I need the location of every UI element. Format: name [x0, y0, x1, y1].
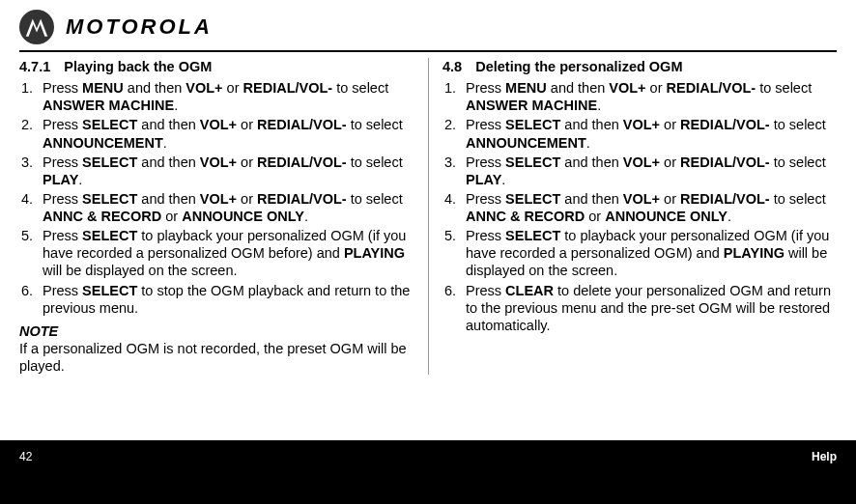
key-label: VOL+	[200, 117, 237, 132]
key-label: MENU	[505, 80, 547, 96]
step-item: Press CLEAR to delete your personalized …	[466, 282, 837, 334]
section-heading: 4.8Deleting the personalized OGM	[442, 58, 837, 75]
step-item: Press MENU and then VOL+ or REDIAL/VOL- …	[43, 79, 414, 114]
key-label: ANNOUNCE ONLY	[182, 209, 304, 224]
section-title: Playing back the OGM	[64, 59, 212, 74]
header: MOTOROLA	[19, 10, 837, 50]
key-label: SELECT	[82, 117, 137, 132]
key-label: REDIAL/VOL-	[667, 80, 756, 96]
left-column: 4.7.1Playing back the OGM Press MENU and…	[19, 58, 428, 375]
section-title: Deleting the personalized OGM	[475, 59, 682, 74]
key-label: MENU	[82, 80, 124, 96]
steps-list: Press MENU and then VOL+ or REDIAL/VOL- …	[19, 79, 414, 317]
section-number: 4.8	[442, 58, 462, 75]
right-column: 4.8Deleting the personalized OGM Press M…	[428, 58, 837, 375]
divider	[19, 50, 837, 52]
key-label: SELECT	[82, 228, 137, 243]
key-label: REDIAL/VOL-	[680, 117, 770, 132]
key-label: VOL+	[623, 154, 660, 170]
key-label: ANNOUNCEMENT	[43, 135, 163, 151]
note-text: If a personalized OGM is not recorded, t…	[19, 340, 414, 375]
key-label: SELECT	[505, 228, 560, 243]
section-heading: 4.7.1Playing back the OGM	[19, 58, 414, 75]
brand-name: MOTOROLA	[66, 14, 213, 40]
key-label: ANSWER MACHINE	[43, 98, 174, 113]
step-item: Press SELECT to stop the OGM playback an…	[43, 282, 414, 317]
key-label: SELECT	[82, 283, 137, 298]
key-label: PLAYING	[724, 245, 785, 261]
key-label: SELECT	[82, 191, 137, 207]
key-label: PLAYING	[344, 245, 405, 261]
step-item: Press MENU and then VOL+ or REDIAL/VOL- …	[466, 79, 837, 114]
key-label: ANSWER MACHINE	[466, 98, 597, 113]
step-item: Press SELECT and then VOL+ or REDIAL/VOL…	[466, 116, 837, 151]
footer-help-label: Help	[812, 450, 837, 463]
step-item: Press SELECT and then VOL+ or REDIAL/VOL…	[466, 190, 837, 225]
motorola-logo-icon	[19, 10, 54, 44]
key-label: REDIAL/VOL-	[243, 80, 333, 96]
key-label: VOL+	[185, 80, 222, 96]
key-label: VOL+	[200, 191, 237, 207]
key-label: ANNOUNCE ONLY	[605, 209, 728, 224]
key-label: REDIAL/VOL-	[257, 154, 347, 170]
document-page: MOTOROLA 4.7.1Playing back the OGM Press…	[0, 0, 856, 440]
note-heading: NOTE	[19, 322, 414, 340]
key-label: ANNC & RECORD	[43, 209, 161, 224]
step-item: Press SELECT to playback your personaliz…	[43, 227, 414, 279]
key-label: PLAY	[43, 172, 78, 187]
step-item: Press SELECT and then VOL+ or REDIAL/VOL…	[43, 190, 414, 225]
key-label: REDIAL/VOL-	[257, 191, 347, 207]
key-label: REDIAL/VOL-	[680, 191, 770, 207]
step-item: Press SELECT and then VOL+ or REDIAL/VOL…	[43, 154, 414, 188]
section-number: 4.7.1	[19, 58, 50, 75]
key-label: VOL+	[623, 191, 660, 207]
key-label: SELECT	[505, 117, 560, 132]
key-label: CLEAR	[505, 283, 554, 298]
key-label: SELECT	[505, 154, 560, 170]
key-label: SELECT	[82, 154, 137, 170]
page-number: 42	[19, 450, 32, 463]
key-label: VOL+	[200, 154, 237, 170]
footer: 42 Help	[0, 440, 856, 504]
key-label: ANNC & RECORD	[466, 209, 585, 224]
step-item: Press SELECT and then VOL+ or REDIAL/VOL…	[43, 116, 414, 151]
key-label: PLAY	[466, 172, 501, 187]
key-label: SELECT	[505, 191, 560, 207]
step-item: Press SELECT and then VOL+ or REDIAL/VOL…	[466, 154, 837, 188]
step-item: Press SELECT to playback your personaliz…	[466, 227, 837, 279]
content-columns: 4.7.1Playing back the OGM Press MENU and…	[19, 58, 837, 375]
key-label: VOL+	[623, 117, 660, 132]
key-label: VOL+	[609, 80, 645, 96]
steps-list: Press MENU and then VOL+ or REDIAL/VOL- …	[442, 79, 837, 334]
key-label: REDIAL/VOL-	[680, 154, 770, 170]
key-label: ANNOUNCEMENT	[466, 135, 586, 151]
key-label: REDIAL/VOL-	[257, 117, 347, 132]
